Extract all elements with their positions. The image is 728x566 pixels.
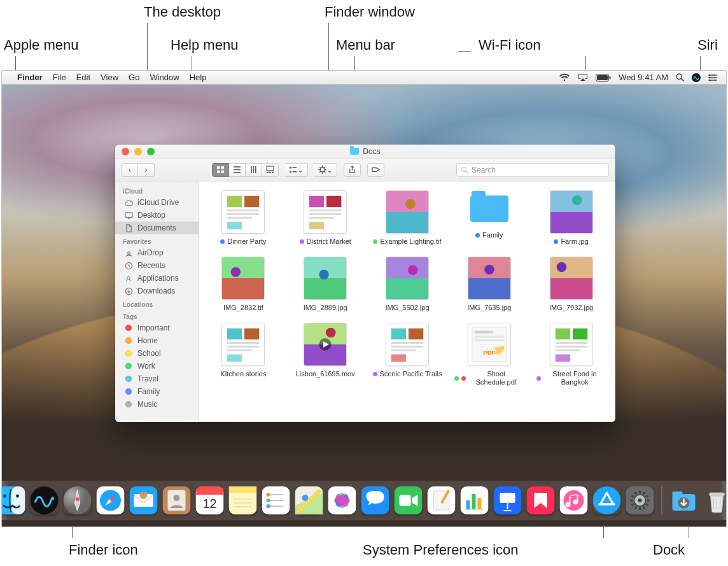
menu-window[interactable]: Window xyxy=(144,73,184,82)
search-field[interactable]: Search xyxy=(456,163,609,177)
dock-numbers[interactable] xyxy=(461,486,489,514)
file-item[interactable]: Dinner Party xyxy=(206,190,281,246)
file-item[interactable]: Example Lighting.tif xyxy=(370,190,445,246)
svg-rect-111 xyxy=(196,493,224,495)
dock-reminders[interactable] xyxy=(262,486,290,514)
file-item[interactable]: Lisbon_61695.mov xyxy=(288,323,363,388)
svg-point-43 xyxy=(405,199,416,209)
finder-window[interactable]: Docs ‹ › ⌄ ⌄ xyxy=(115,145,615,422)
svg-point-120 xyxy=(302,495,309,501)
callout-dock: Dock xyxy=(653,542,685,558)
file-item[interactable]: Kitchen stories xyxy=(206,323,281,388)
app-menu-finder[interactable]: Finder xyxy=(12,73,48,82)
finder-titlebar[interactable]: Docs xyxy=(115,145,615,159)
siri-menubar-icon[interactable] xyxy=(692,73,701,82)
wifi-icon[interactable] xyxy=(559,73,570,81)
dock-downloads-stack[interactable] xyxy=(670,486,698,514)
sidebar-item-icloud-drive[interactable]: iCloud Drive xyxy=(115,196,199,209)
dock-systemprefs[interactable] xyxy=(626,486,654,514)
sidebar-item-downloads[interactable]: Downloads xyxy=(115,285,199,297)
file-item[interactable]: Family xyxy=(451,190,527,246)
dock-photos[interactable] xyxy=(328,486,356,514)
view-list-button[interactable] xyxy=(229,163,246,177)
window-zoom-button[interactable] xyxy=(147,148,155,155)
sidebar-item-school[interactable]: School xyxy=(115,347,199,360)
callout-wifi-icon: Wi-Fi icon xyxy=(479,37,541,53)
file-item[interactable]: PDFShoot Schedule.pdf xyxy=(451,323,527,388)
dock-finder[interactable] xyxy=(1,486,25,514)
dock-maps[interactable] xyxy=(295,486,323,514)
doc-icon xyxy=(124,223,133,232)
svg-line-21 xyxy=(466,171,468,173)
sidebar-item-work[interactable]: Work xyxy=(115,360,199,372)
forward-button[interactable]: › xyxy=(138,163,155,177)
view-mode-buttons xyxy=(212,163,279,177)
svg-rect-145 xyxy=(593,486,621,514)
dock-notes[interactable] xyxy=(229,486,257,514)
dock-itunes[interactable] xyxy=(560,486,588,514)
group-by-button[interactable]: ⌄ xyxy=(285,163,308,177)
dock-trash[interactable] xyxy=(703,486,727,514)
file-item[interactable]: Street Food in Bangkok xyxy=(533,323,609,388)
action-button[interactable]: ⌄ xyxy=(314,163,337,177)
file-item[interactable]: Scenic Pacific Trails xyxy=(370,323,445,388)
sidebar-item-desktop[interactable]: Desktop xyxy=(115,209,199,222)
file-name: Example Lighting.tif xyxy=(373,237,441,246)
spotlight-icon[interactable] xyxy=(676,73,684,81)
menu-help[interactable]: Help xyxy=(185,73,212,82)
file-item[interactable]: IMG_5502.jpg xyxy=(370,257,445,313)
sidebar-item-music[interactable]: Music xyxy=(115,398,199,411)
airplay-icon[interactable] xyxy=(578,73,588,81)
dock-siri[interactable] xyxy=(31,486,59,514)
dock-messages[interactable] xyxy=(361,486,389,514)
svg-rect-15 xyxy=(269,172,271,173)
dock-facetime[interactable] xyxy=(395,486,423,514)
file-item[interactable]: IMG_7635.jpg xyxy=(451,257,527,313)
share-button[interactable] xyxy=(344,163,361,177)
sidebar-item-home[interactable]: Home xyxy=(115,334,199,347)
sidebar-item-applications[interactable]: AApplications xyxy=(115,272,199,285)
dock-news[interactable] xyxy=(527,486,555,514)
dock-mail[interactable] xyxy=(130,486,158,514)
dock-calendar[interactable]: 12 xyxy=(196,486,224,514)
window-close-button[interactable] xyxy=(122,148,129,155)
sidebar-item-travel[interactable]: Travel xyxy=(115,372,199,385)
view-columns-button[interactable] xyxy=(246,163,262,177)
sidebar-item-recents[interactable]: Recents xyxy=(115,259,199,272)
battery-icon[interactable] xyxy=(596,74,611,81)
dock-appstore[interactable] xyxy=(593,486,621,514)
sidebar-item-family[interactable]: Family xyxy=(115,385,199,398)
file-item[interactable]: Farm.jpg xyxy=(533,190,609,246)
menu-file[interactable]: File xyxy=(48,73,71,82)
back-button[interactable]: ‹ xyxy=(122,163,138,177)
menu-go[interactable]: Go xyxy=(123,73,144,82)
view-gallery-button[interactable] xyxy=(262,163,279,177)
tags-button[interactable] xyxy=(367,163,384,177)
notification-center-icon[interactable] xyxy=(708,74,717,81)
sidebar-item-important[interactable]: Important xyxy=(115,322,199,334)
file-item[interactable]: District Market xyxy=(288,190,363,246)
file-item[interactable]: IMG_2832.tif xyxy=(206,257,281,313)
sidebar-item-airdrop[interactable]: AirDrop xyxy=(115,246,199,259)
dock-pages[interactable] xyxy=(428,486,456,514)
window-title: Docs xyxy=(363,147,380,156)
sidebar-item-documents[interactable]: Documents xyxy=(115,222,199,234)
menu-view[interactable]: View xyxy=(95,73,123,82)
file-item[interactable]: IMG_2889.jpg xyxy=(288,257,363,313)
view-icons-button[interactable] xyxy=(212,163,229,177)
window-minimize-button[interactable] xyxy=(134,148,142,155)
svg-rect-48 xyxy=(222,278,264,299)
svg-rect-1 xyxy=(597,75,608,80)
callout-siri: Siri xyxy=(697,37,718,53)
file-thumbnail xyxy=(304,190,347,234)
svg-line-158 xyxy=(643,492,645,494)
dock-contacts[interactable] xyxy=(163,486,191,514)
menu-edit[interactable]: Edit xyxy=(71,73,95,82)
dock-safari[interactable] xyxy=(97,486,125,514)
file-item[interactable]: IMG_7932.jpg xyxy=(533,257,609,313)
dock-launchpad[interactable] xyxy=(64,486,92,514)
tag-dot-icon xyxy=(124,349,133,358)
dock-keynote[interactable] xyxy=(494,486,522,514)
menubar-clock[interactable]: Wed 9:41 AM xyxy=(619,73,668,82)
svg-rect-92 xyxy=(555,354,570,362)
